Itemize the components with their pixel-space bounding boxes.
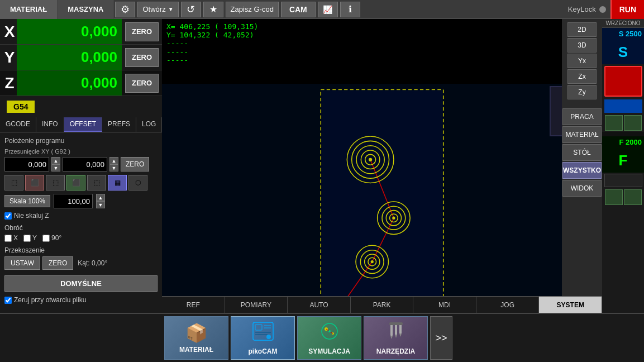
refresh-btn[interactable]: ↺ <box>181 2 201 17</box>
tab-info[interactable]: INFO <box>36 117 64 132</box>
tab-system[interactable]: SYSTEM <box>539 296 602 313</box>
nie-skaluj-checkbox[interactable] <box>4 212 12 220</box>
widok-btn[interactable]: WIDOK <box>562 180 602 197</box>
scale-down-btn[interactable]: ▼ <box>96 201 105 208</box>
stol-btn[interactable]: STÓŁ <box>562 144 602 161</box>
y-axis-label: Y <box>0 49 17 66</box>
z-zero-btn[interactable]: ZERO <box>125 74 159 93</box>
corner-tr-icon[interactable]: ⬛ <box>25 175 44 190</box>
material-btn[interactable]: MATERIAŁ <box>562 126 602 143</box>
radio-x[interactable]: X <box>4 234 18 242</box>
svg-point-16 <box>369 158 372 161</box>
run-btn[interactable]: RUN <box>610 0 644 19</box>
speed-value: S 2500 <box>602 28 644 40</box>
frame-icon[interactable]: ▦ <box>108 175 127 190</box>
svg-point-21 <box>392 217 395 220</box>
feed-green-left[interactable] <box>605 189 623 205</box>
x-offset-spinner[interactable]: ▲ ▼ <box>51 157 60 172</box>
radio-90-input[interactable] <box>42 235 50 242</box>
nie-skaluj-label: Nie skaluj Z <box>14 212 49 220</box>
x-axis-value: 0,000 <box>17 19 122 44</box>
tab-jog[interactable]: JOG <box>476 296 540 313</box>
program-position-label: Położenie programu <box>4 137 158 145</box>
icon-card-narzedzia[interactable]: NARZĘDZIA <box>364 316 428 360</box>
scale-spinner[interactable]: ▲ ▼ <box>96 194 105 208</box>
radio-row: X Y 90° <box>4 234 158 242</box>
settings-icon-btn[interactable]: ⚙ <box>115 2 135 17</box>
scale-row: Skala 100% ▲ ▼ <box>4 194 158 208</box>
more-icons-btn[interactable]: >> <box>430 316 452 360</box>
view-3d-btn[interactable]: 3D <box>567 38 597 53</box>
tab-gcode[interactable]: GCODE <box>0 117 36 132</box>
feed-bar-btn[interactable] <box>604 174 642 187</box>
feed-green-right[interactable] <box>624 189 642 205</box>
radio-y-input[interactable] <box>23 235 31 242</box>
narzedzia-card-icon <box>385 321 407 345</box>
corner-bl-icon[interactable]: ⬚ <box>46 175 65 190</box>
y-zero-btn[interactable]: ZERO <box>125 48 159 67</box>
corner-br-icon[interactable]: ⬛ <box>66 175 85 190</box>
view-2d-btn[interactable]: 2D <box>567 22 597 37</box>
praca-btn[interactable]: PRACA <box>562 108 602 125</box>
tab-prefs[interactable]: PREFS <box>102 117 136 132</box>
svg-rect-28 <box>255 325 262 330</box>
skos-label: Przekoszenie <box>4 246 158 254</box>
skos-zero-btn[interactable]: ZERO <box>42 256 73 270</box>
y-offset-input[interactable] <box>63 157 107 172</box>
tab-mdi[interactable]: MDI <box>413 296 476 313</box>
speed-bar-btn[interactable] <box>604 99 642 113</box>
info-icon-btn[interactable]: ℹ <box>340 2 360 17</box>
x-offset-input[interactable] <box>4 157 49 172</box>
corner-tl-icon[interactable]: ⬚ <box>4 175 23 190</box>
ustaw-btn[interactable]: USTAW <box>4 256 40 270</box>
zeruj-checkbox[interactable] <box>4 297 12 304</box>
y-offset-down-btn[interactable]: ▼ <box>109 164 118 172</box>
tab-offset[interactable]: OFFSET <box>64 117 102 132</box>
scale-btn[interactable]: Skala 100% <box>4 195 50 207</box>
tab-pomiary[interactable]: POMIARY <box>225 296 288 313</box>
y-coord-display: Y= 104,322 ( 42,052) <box>166 31 598 39</box>
bottom-icon-bar: 📦 MATERIAŁ pikoCAM <box>0 313 644 362</box>
green-btn-right[interactable] <box>624 115 642 131</box>
icon-card-material[interactable]: 📦 MATERIAŁ <box>164 316 228 360</box>
tab-auto[interactable]: AUTO <box>288 296 351 313</box>
tab-machine[interactable]: MASZYNA <box>58 0 114 19</box>
y-offset-spinner[interactable]: ▲ ▼ <box>109 157 118 172</box>
star-btn[interactable]: ★ <box>203 2 223 17</box>
x-offset-down-btn[interactable]: ▼ <box>51 164 60 172</box>
tab-log[interactable]: LOG <box>136 117 162 132</box>
dashes2: ----- <box>166 47 598 56</box>
tab-material[interactable]: MATERIAŁ <box>0 0 58 19</box>
scale-up-btn[interactable]: ▲ <box>96 194 105 201</box>
xy-input-row: ▲ ▼ ▲ ▼ ZERO <box>4 157 158 172</box>
icon-card-pikocam[interactable]: pikoCAM <box>231 316 295 360</box>
view-zx-btn[interactable]: Zx <box>567 69 597 84</box>
scale-input[interactable] <box>54 194 93 208</box>
save-gcode-btn[interactable]: Zapisz G-cod <box>226 2 279 17</box>
radio-x-input[interactable] <box>4 235 12 242</box>
xy-shift-label: Przesunięcie XY ( G92 ) <box>4 148 158 155</box>
y-offset-up-btn[interactable]: ▲ <box>109 157 118 164</box>
zeruj-label: Zeruj przy otwarciu pliku <box>14 296 86 304</box>
radio-90deg[interactable]: 90° <box>42 234 61 242</box>
x-offset-up-btn[interactable]: ▲ <box>51 157 60 164</box>
icon-card-symulacja[interactable]: SYMULACJA <box>297 316 361 360</box>
cam-btn[interactable]: CAM <box>281 2 316 17</box>
x-zero-btn[interactable]: ZERO <box>125 22 159 41</box>
corner-dot-icon[interactable]: ⬡ <box>128 175 147 190</box>
view-zy-btn[interactable]: Zy <box>567 85 597 99</box>
chart-icon-btn[interactable]: 📈 <box>318 2 338 17</box>
center-icon[interactable]: ⬚ <box>87 175 106 190</box>
tab-park[interactable]: PARK <box>351 296 414 313</box>
wszystko-btn[interactable]: WSZYSTKO <box>562 162 602 179</box>
green-btn-left[interactable] <box>605 115 623 131</box>
domyslne-btn[interactable]: DOMYŚLNE <box>4 275 158 292</box>
stop-btn[interactable] <box>604 66 642 97</box>
nie-skaluj-row: Nie skaluj Z <box>4 212 158 220</box>
material-card-icon: 📦 <box>185 322 208 344</box>
xy-zero-btn[interactable]: ZERO <box>121 157 149 172</box>
radio-y[interactable]: Y <box>23 234 37 242</box>
tab-ref[interactable]: REF <box>162 296 225 313</box>
open-btn[interactable]: Otwórz ▼ <box>137 2 178 17</box>
view-yx-btn[interactable]: Yx <box>567 54 597 68</box>
